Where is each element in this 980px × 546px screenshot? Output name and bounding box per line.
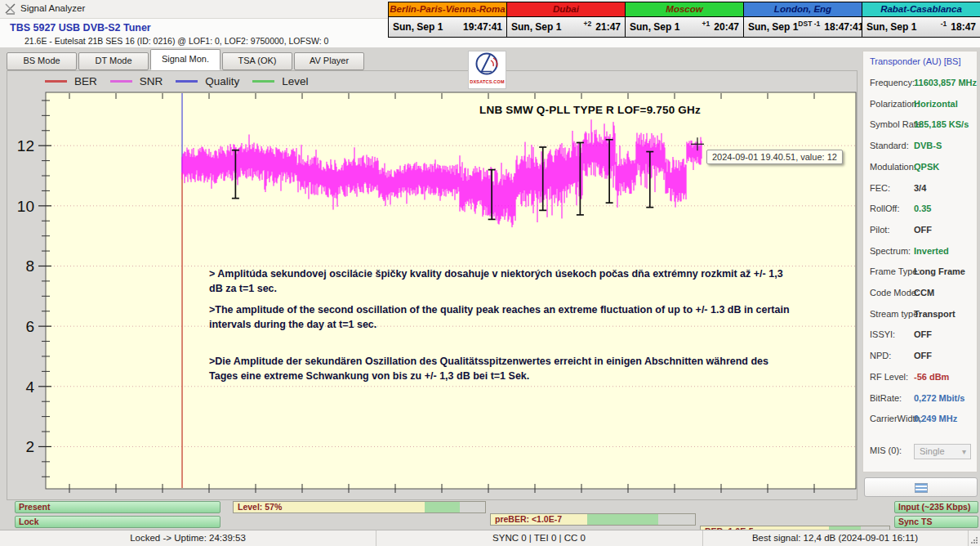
meter-segment	[425, 502, 460, 512]
transponder-row-value: OFF	[914, 351, 932, 360]
meter-preber-1-0e-7: preBER: <1.0E-7	[490, 513, 696, 526]
transponder-row-value: OFF	[914, 225, 932, 235]
world-clocks: Berlin-Paris-Vienna-RomaSun, Sep 119:47:…	[388, 2, 980, 38]
svg-text:8: 8	[25, 257, 34, 275]
svg-text:2: 2	[25, 438, 34, 455]
app-icon	[5, 3, 16, 15]
transponder-row-value: 185,185 KS/s	[914, 119, 969, 129]
transponder-row-label: BitRate:	[870, 393, 902, 403]
status-badge-present: Present	[15, 501, 220, 513]
svg-text:4: 4	[25, 378, 34, 396]
clock-body: Sun, Sep 119:47:41	[389, 17, 506, 37]
tab-signal-mon[interactable]: Signal Mon.	[150, 49, 220, 70]
transponder-panel: Transponder (AU) [BS] Frequency:11603,85…	[862, 51, 978, 472]
legend-item-snr: SNR	[110, 75, 163, 87]
clock-city-label: Rabat-Casablanca	[862, 2, 980, 17]
clock-date: Sun, Sep 1	[393, 21, 443, 33]
clock-date: Sun, Sep 1	[511, 21, 561, 33]
legend-label: Quality	[205, 75, 239, 87]
tab-av-player[interactable]: AV Player	[294, 52, 364, 70]
legend-line-swatch	[252, 80, 274, 83]
clock-city-label: Moscow	[626, 2, 743, 17]
transponder-row-value: QPSK	[914, 162, 939, 172]
transponder-row-label: RF Level:	[870, 372, 908, 382]
dxsatcs-logo: DXSATCS.COM	[468, 51, 506, 89]
legend-item-ber: BER	[45, 75, 97, 87]
tab-bs-mode[interactable]: BS Mode	[7, 52, 77, 70]
meter-segment	[658, 514, 695, 525]
transponder-row-label: FEC:	[870, 183, 890, 193]
transponder-row-label: Modulation:	[870, 162, 916, 172]
transponder-row-label: Frequency:	[870, 78, 915, 87]
svg-text:12: 12	[17, 137, 34, 154]
transponder-row-label: Standard:	[870, 141, 909, 150]
meter-segment	[460, 502, 485, 512]
svg-text:10: 10	[17, 198, 34, 215]
chart-legend: BERSNRQualityLevel	[45, 74, 322, 88]
annotation-slovak: > Amplitúda sekundovej oscilácie špičky …	[209, 267, 792, 297]
clock-rabat-casablanca: Rabat-CasablancaSun, Sep 1-118:47	[862, 2, 980, 37]
clock-time: 19:47:41	[463, 21, 502, 33]
window-title: Signal Analyzer	[20, 3, 85, 13]
legend-label: BER	[74, 75, 97, 87]
transponder-row-label: Pilot:	[870, 225, 889, 235]
lnb-annotation: LNB SMW Q-PLL TYPE R LOF=9.750 GHz	[479, 104, 701, 116]
clock-city-label: Dubai	[507, 2, 625, 17]
clock-body: Sun, Sep 1DST -118:47:41	[744, 17, 862, 37]
clock-body: Sun, Sep 1+221:47	[507, 17, 625, 37]
legend-line-swatch	[176, 80, 198, 83]
clock-utc-offset: +2	[584, 20, 592, 28]
status-badge-input-235-kbps: Input (~235 Kbps)	[894, 501, 978, 513]
statusbar-section: Locked -> Uptime: 24:39:53	[0, 530, 376, 546]
clock-date: Sun, Sep 1	[630, 21, 679, 33]
clock-time: 21:47	[595, 21, 621, 33]
meter-label: Level: 57%	[238, 502, 282, 512]
clock-dubai: DubaiSun, Sep 1+221:47	[507, 2, 626, 37]
legend-item-quality: Quality	[176, 75, 239, 87]
tab-tsa-ok[interactable]: TSA (OK)	[222, 52, 292, 70]
clock-london-eng: London, EngSun, Sep 1DST -118:47:41	[744, 2, 862, 37]
clock-date: Sun, Sep 1	[748, 21, 798, 33]
transponder-row-label: Stream type:	[870, 309, 920, 319]
legend-label: SNR	[140, 75, 163, 87]
transponder-row-value: DVB-S	[914, 141, 942, 150]
svg-text:6: 6	[25, 318, 34, 335]
transponder-row-value: 3/4	[914, 183, 926, 193]
transponder-row-value: 0.35	[914, 204, 931, 213]
mis-dropdown[interactable]: Single ▾	[914, 444, 971, 459]
statusbar-section: Best signal: 12,4 dB (2024-09-01 16:11)	[702, 530, 969, 546]
transponder-row-value: Inverted	[914, 246, 949, 256]
chevron-down-icon: ▾	[962, 445, 966, 459]
resize-grip-icon[interactable]	[970, 536, 978, 544]
ts-data-icon	[915, 483, 928, 493]
status-badge-lock: Lock	[15, 516, 220, 528]
legend-label: Level	[282, 75, 308, 87]
clock-body: Sun, Sep 1-118:47	[862, 17, 980, 37]
ts-capture-button[interactable]	[864, 477, 978, 497]
logo-text: DXSATCS.COM	[469, 79, 506, 84]
clock-time: 20:47	[714, 21, 739, 33]
transponder-row-label: Polarization:	[870, 99, 920, 109]
annotation-german: >Die Amplitude der sekundären Oszillatio…	[209, 355, 792, 384]
clock-date: Sun, Sep 1	[866, 21, 916, 33]
mis-label: MIS (0):	[870, 445, 902, 455]
tab-dt-mode[interactable]: DT Mode	[78, 52, 149, 70]
transponder-row-label: Frame Type:	[870, 266, 920, 276]
value-tooltip: 2024-09-01 19.40.51, value: 12	[706, 150, 843, 164]
mode-tabs: BS ModeDT ModeSignal Mon.TSA (OK)AV Play…	[7, 50, 366, 70]
meter-label: preBER: <1.0E-7	[495, 514, 562, 525]
transponder-row-value: CCM	[914, 288, 934, 298]
transponder-row-value: 0,272 Mbit/s	[914, 393, 964, 403]
clock-utc-offset: -1	[941, 20, 947, 28]
clock-utc-offset: DST -1	[798, 20, 820, 28]
clock-time: 18:47	[951, 21, 976, 33]
transponder-title: Transponder (AU) [BS]	[870, 56, 960, 66]
transponder-row-value: 0,249 MHz	[914, 414, 957, 423]
transponder-row-label: RollOff:	[870, 204, 899, 213]
clock-city-label: Berlin-Paris-Vienna-Roma	[389, 2, 506, 17]
tuner-title: TBS 5927 USB DVB-S2 Tuner	[10, 22, 151, 34]
statusbar-section: SYNC 0 | TEI 0 | CC 0	[376, 530, 703, 546]
clock-city-label: London, Eng	[744, 2, 862, 17]
meter-segment	[587, 514, 659, 525]
satellite-dish-icon	[473, 51, 502, 78]
